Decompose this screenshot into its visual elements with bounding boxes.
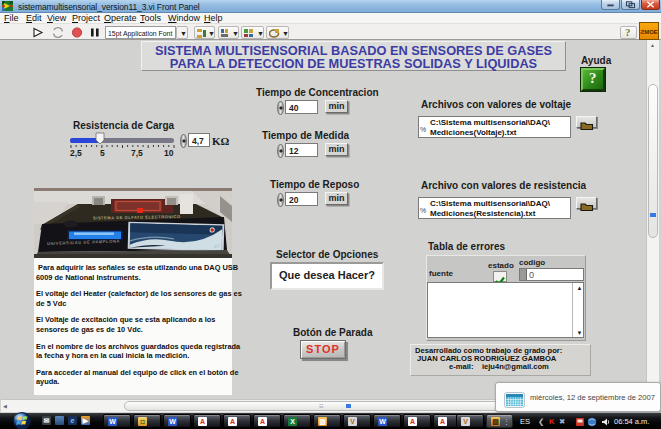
svg-text:47: 47 — [213, 243, 220, 249]
